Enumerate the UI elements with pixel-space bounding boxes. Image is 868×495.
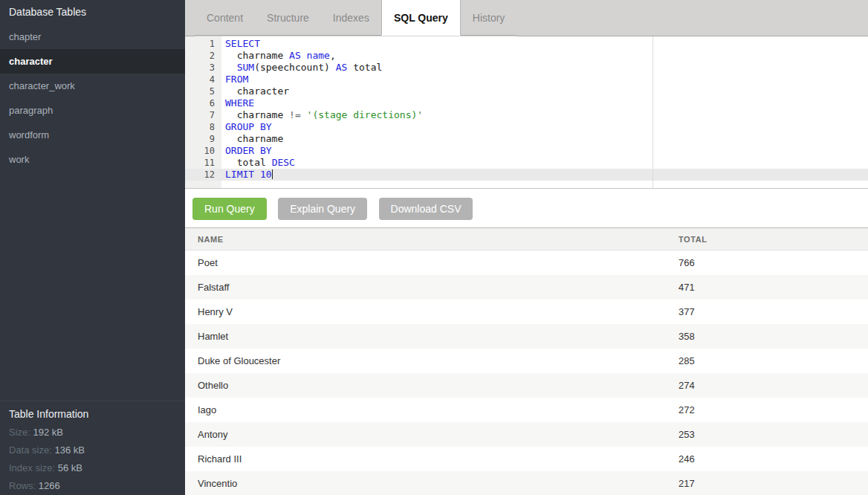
info-label: Size: xyxy=(9,427,33,438)
line-number: 6 xyxy=(185,97,221,109)
query-results: NAMETOTAL Poet766Falstaff471Henry V377Ha… xyxy=(185,227,868,495)
sql-editor[interactable]: 1SELECT2 charname AS name,3 SUM(speechco… xyxy=(185,36,868,189)
code-text: FROM xyxy=(221,74,248,85)
run-query-button[interactable]: Run Query xyxy=(192,198,267,220)
sidebar-item-paragraph[interactable]: paragraph xyxy=(0,98,185,123)
table-row: Hamlet358 xyxy=(185,324,868,349)
cell-name: Othello xyxy=(185,373,678,398)
table-row: Vincentio217 xyxy=(185,471,868,495)
sidebar-item-work[interactable]: work xyxy=(0,147,185,172)
code-line-1: 1SELECT xyxy=(185,38,868,50)
sidebar-item-character[interactable]: character xyxy=(0,49,185,74)
line-number: 11 xyxy=(185,157,221,169)
info-label: Data size: xyxy=(9,444,54,456)
tab-sql-query[interactable]: SQL Query xyxy=(381,0,461,36)
code-text: LIMIT 10 xyxy=(221,169,273,181)
code-text: charname AS name, xyxy=(221,50,336,62)
results-header-row: NAMETOTAL xyxy=(185,228,868,250)
tab-bar: ContentStructureIndexesSQL QueryHistory xyxy=(185,0,868,36)
sidebar-item-chapter[interactable]: chapter xyxy=(0,25,185,49)
line-number: 8 xyxy=(185,121,221,133)
code-text: WHERE xyxy=(221,97,254,109)
table-row: Henry V377 xyxy=(185,300,868,324)
cell-name: Richard III xyxy=(185,447,678,471)
tab-content[interactable]: Content xyxy=(195,0,255,36)
info-value: 192 kB xyxy=(33,427,63,438)
explain-query-button[interactable]: Explain Query xyxy=(278,198,367,220)
tab-bar-lead xyxy=(185,0,195,36)
info-value: 1266 xyxy=(39,480,60,491)
table-row: Othello274 xyxy=(185,373,868,398)
cell-name: Hamlet xyxy=(185,324,678,349)
line-number: 3 xyxy=(185,62,221,74)
code-line-11: 11 total DESC xyxy=(185,157,868,169)
table-row: Falstaff471 xyxy=(185,275,868,300)
code-text: character xyxy=(221,85,289,97)
column-header-name: NAME xyxy=(185,228,678,250)
sidebar-item-character_work[interactable]: character_work xyxy=(0,74,185,98)
sidebar-item-wordform[interactable]: wordform xyxy=(0,123,185,147)
code-line-10: 10ORDER BY xyxy=(185,145,868,157)
code-line-8: 8GROUP BY xyxy=(185,121,868,133)
table-row: Iago272 xyxy=(185,398,868,422)
info-value: 56 kB xyxy=(58,462,82,473)
line-number: 7 xyxy=(185,109,221,121)
results-table-head: NAMETOTAL xyxy=(185,228,868,250)
app-window: Database Tables chaptercharactercharacte… xyxy=(0,0,868,495)
sidebar-title: Database Tables xyxy=(0,0,185,25)
cell-name: Falstaff xyxy=(185,275,678,300)
info-label: Index size: xyxy=(9,462,58,473)
info-label: Rows: xyxy=(9,480,39,491)
line-number: 5 xyxy=(185,85,221,97)
main-content: ContentStructureIndexesSQL QueryHistory … xyxy=(185,0,868,495)
table-information-panel: Table Information Size: 192 kBData size:… xyxy=(0,401,185,495)
cell-name: Duke of Gloucester xyxy=(185,349,678,373)
editor-divider xyxy=(652,36,653,188)
code-line-4: 4FROM xyxy=(185,74,868,85)
cell-total: 217 xyxy=(678,471,868,495)
line-number: 10 xyxy=(185,145,221,157)
text-cursor xyxy=(272,169,273,179)
results-table-body: Poet766Falstaff471Henry V377Hamlet358Duk… xyxy=(185,250,868,495)
cell-total: 272 xyxy=(678,398,868,422)
table-row: Antony253 xyxy=(185,422,868,447)
code-text: total DESC xyxy=(221,157,295,169)
code-text: SELECT xyxy=(221,38,260,50)
sidebar: Database Tables chaptercharactercharacte… xyxy=(0,0,185,495)
results-table: NAMETOTAL Poet766Falstaff471Henry V377Ha… xyxy=(185,227,868,495)
cell-name: Vincentio xyxy=(185,471,678,495)
code-text: GROUP BY xyxy=(221,121,272,133)
code-line-5: 5 character xyxy=(185,85,868,97)
line-number: 9 xyxy=(185,133,221,145)
sidebar-spacer xyxy=(0,172,185,401)
cell-name: Antony xyxy=(185,422,678,447)
table-row: Duke of Gloucester285 xyxy=(185,349,868,373)
tab-bar-filler xyxy=(516,0,868,36)
cell-total: 246 xyxy=(678,447,868,471)
code-line-7: 7 charname != '(stage directions)' xyxy=(185,109,868,121)
download-csv-button[interactable]: Download CSV xyxy=(379,198,473,220)
table-row: Richard III246 xyxy=(185,447,868,471)
line-number: 12 xyxy=(185,169,221,181)
info-value: 136 kB xyxy=(54,444,84,456)
cell-total: 285 xyxy=(678,349,868,373)
tab-history[interactable]: History xyxy=(461,0,517,36)
cell-name: Poet xyxy=(185,250,678,275)
table-row: Poet766 xyxy=(185,250,868,275)
table-list: chaptercharactercharacter_workparagraphw… xyxy=(0,25,185,172)
tab-indexes[interactable]: Indexes xyxy=(321,0,381,36)
tab-structure[interactable]: Structure xyxy=(255,0,321,36)
code-text: charname xyxy=(221,133,283,145)
code-text: ORDER BY xyxy=(221,145,272,157)
cell-total: 471 xyxy=(678,275,868,300)
code-line-3: 3 SUM(speechcount) AS total xyxy=(185,62,868,74)
cell-total: 253 xyxy=(678,422,868,447)
table-information-title: Table Information xyxy=(9,404,176,424)
code-line-12: 12LIMIT 10 xyxy=(185,169,868,181)
column-header-total: TOTAL xyxy=(678,228,868,250)
tabs: ContentStructureIndexesSQL QueryHistory xyxy=(195,0,516,36)
code-text: charname != '(stage directions)' xyxy=(221,109,423,121)
line-number: 1 xyxy=(185,38,221,50)
info-row: Rows: 1266 xyxy=(9,477,176,495)
code-lines: 1SELECT2 charname AS name,3 SUM(speechco… xyxy=(185,36,868,181)
